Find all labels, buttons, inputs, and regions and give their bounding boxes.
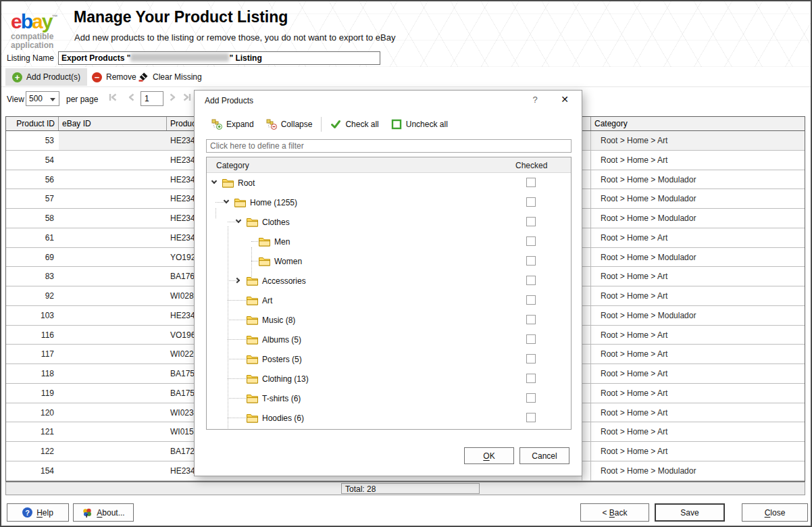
check-all-button[interactable]: Check all — [324, 119, 384, 130]
uncheck-all-button[interactable]: Uncheck all — [385, 119, 454, 130]
tree-arrow-icon[interactable] — [211, 179, 219, 187]
dialog-help-button[interactable]: ? — [529, 95, 541, 107]
tree-arrow-icon[interactable] — [235, 395, 243, 403]
cell-ebay-id — [59, 248, 167, 267]
about-icon — [82, 507, 93, 518]
save-button[interactable]: Save — [655, 503, 725, 522]
tree-arrow-icon[interactable] — [235, 218, 243, 226]
tree-arrow-icon[interactable] — [235, 277, 243, 285]
about-button[interactable]: About... — [73, 503, 134, 522]
tree-row[interactable]: T-shirts (6) — [207, 388, 571, 408]
filter-input[interactable] — [206, 139, 572, 153]
cell-category: Root > Home > Art — [591, 384, 805, 403]
tree-arrow-icon[interactable] — [235, 297, 243, 305]
ok-button[interactable]: OK — [464, 447, 514, 464]
folder-icon — [222, 178, 234, 188]
cell-product-id: 57 — [6, 189, 59, 208]
cell-product-id: 54 — [6, 151, 59, 170]
tree-item-checkbox[interactable] — [526, 178, 536, 187]
tree-item-label: Clothes — [262, 218, 290, 227]
dialog-titlebar: Add Products ? ✕ — [195, 91, 582, 111]
redacted-text — [130, 53, 229, 61]
expand-button[interactable]: Expand — [205, 119, 260, 130]
tree-row[interactable]: Men — [207, 232, 571, 251]
folder-icon — [247, 296, 258, 305]
close-button[interactable]: Close — [742, 503, 808, 522]
add-products-button[interactable]: + Add Product(s) — [5, 68, 87, 86]
tree-item-checkbox[interactable] — [526, 217, 536, 226]
tree-arrow-icon[interactable] — [235, 414, 243, 422]
tree-row[interactable]: Music (8) — [207, 310, 571, 330]
cell-gap — [582, 422, 591, 441]
tree-row[interactable]: Women — [207, 251, 571, 271]
tree-row[interactable]: Hoodies (6) — [207, 408, 571, 428]
cell-ebay-id — [59, 422, 167, 441]
dialog-title: Add Products — [205, 96, 253, 105]
tree-header: Category Checked — [207, 157, 571, 173]
tree-row[interactable]: Accessories — [207, 271, 571, 291]
tree-row[interactable]: Posters (5) — [207, 349, 571, 369]
tree-item-checkbox[interactable] — [526, 256, 536, 266]
tree-item-checkbox[interactable] — [526, 315, 536, 324]
cell-category: Root > Home > Modulador — [591, 189, 805, 208]
tree-arrow-icon[interactable] — [223, 199, 231, 207]
page-number-input[interactable] — [141, 91, 163, 106]
tree-item-checkbox[interactable] — [526, 236, 536, 246]
cell-product-id: 121 — [6, 422, 59, 441]
last-page-button[interactable] — [182, 93, 193, 103]
folder-icon — [259, 237, 270, 247]
tree-row[interactable]: Albums (5) — [207, 330, 571, 349]
cell-category: Root > Home > Art — [591, 364, 805, 383]
tree-row[interactable]: Art — [207, 291, 571, 310]
cell-category: Root > Home > Art — [591, 442, 805, 461]
back-button[interactable]: < Back — [580, 503, 649, 522]
per-page-label: per page — [66, 95, 98, 104]
column-header-ebay-id[interactable]: eBay ID — [59, 117, 167, 130]
cell-product-id: 122 — [6, 442, 59, 461]
column-header-product-id[interactable]: Product ID — [6, 117, 59, 130]
tree-item-label: Art — [262, 296, 272, 305]
tree-item-checkbox[interactable] — [526, 295, 536, 305]
tree-row[interactable]: Root — [207, 173, 571, 193]
cell-category: Root > Home > Modulador — [591, 461, 805, 480]
dialog-close-button[interactable]: ✕ — [557, 94, 572, 107]
cancel-button[interactable]: Cancel — [519, 447, 569, 464]
clear-missing-button[interactable]: Clear Missing — [131, 68, 209, 86]
prev-page-button[interactable] — [127, 93, 138, 103]
tree-arrow-icon[interactable] — [235, 355, 243, 363]
plus-icon: + — [12, 72, 22, 82]
collapse-button[interactable]: Collapse — [260, 119, 319, 130]
tree-arrow-icon[interactable] — [235, 336, 243, 344]
next-page-button[interactable] — [168, 93, 178, 103]
listing-name-field[interactable]: Export Products "" Listing — [58, 51, 380, 65]
tree-item-checkbox[interactable] — [526, 334, 536, 344]
column-header-category[interactable]: Category — [591, 117, 805, 130]
tree-item-checkbox[interactable] — [526, 354, 536, 363]
tree-arrow-icon[interactable] — [247, 257, 255, 266]
collapse-tree-icon — [266, 119, 277, 130]
folder-icon — [247, 335, 258, 345]
cell-gap — [582, 151, 591, 170]
page-size-select[interactable]: 500 — [26, 91, 59, 106]
tree-arrow-icon[interactable] — [247, 238, 255, 246]
tree-header-checked: Checked — [515, 161, 547, 170]
tree-arrow-icon[interactable] — [235, 316, 243, 324]
tree-item-checkbox[interactable] — [526, 374, 536, 383]
tree-arrow-icon[interactable] — [235, 375, 243, 383]
tree-item-checkbox[interactable] — [526, 393, 536, 403]
cell-product-id: 92 — [6, 286, 59, 305]
first-page-button[interactable] — [108, 93, 119, 103]
tree-row[interactable]: Home (1255) — [207, 193, 571, 212]
cell-category: Root > Home > Modulador — [591, 209, 805, 228]
tree-row[interactable]: Clothes — [207, 212, 571, 232]
tree-row[interactable]: Clothing (13) — [207, 369, 571, 388]
tree-item-checkbox[interactable] — [526, 413, 536, 422]
tree-item-checkbox[interactable] — [526, 276, 536, 285]
total-count: Total: 28 — [341, 483, 480, 494]
folder-icon — [247, 316, 258, 325]
tree-item-checkbox[interactable] — [526, 197, 536, 207]
cell-gap — [582, 189, 591, 208]
tree-item-label: Home (1255) — [250, 198, 297, 207]
help-button[interactable]: ? Help — [7, 503, 69, 522]
cell-ebay-id — [59, 267, 167, 286]
